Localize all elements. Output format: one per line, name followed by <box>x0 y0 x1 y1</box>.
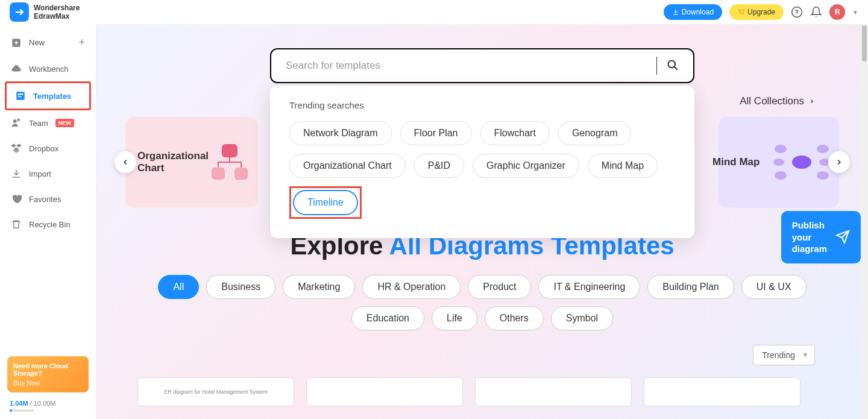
tab-marketing[interactable]: Marketing <box>283 275 355 299</box>
template-thumb[interactable]: ER diagram for Hotel Management System <box>137 377 294 406</box>
chevron-down-icon[interactable]: ▼ <box>852 9 858 16</box>
cards-prev-button[interactable] <box>115 151 136 173</box>
promo-title: Need more Cloud Storage? <box>13 362 83 377</box>
all-collections-link[interactable]: All Collections <box>740 95 815 107</box>
mind-map-icon <box>772 138 832 186</box>
card-mind-map[interactable]: Mind Map <box>719 117 839 207</box>
search-input[interactable] <box>286 60 647 72</box>
download-icon <box>672 8 679 16</box>
upgrade-label: Upgrade <box>747 8 775 16</box>
search-box <box>270 48 694 83</box>
logo-icon <box>10 2 29 22</box>
sidebar-item-new[interactable]: New + <box>2 29 93 56</box>
cards-next-button[interactable] <box>828 151 850 173</box>
logo-area[interactable]: Wondershare EdrawMax <box>10 2 80 22</box>
chip-genogram[interactable]: Genogram <box>558 121 632 145</box>
sidebar-item-team[interactable]: Team NEW <box>2 110 93 136</box>
plus-square-icon <box>11 37 22 48</box>
tab-hr-operation[interactable]: HR & Operation <box>362 275 461 299</box>
import-icon <box>11 168 22 179</box>
tab-symbol[interactable]: Symbol <box>551 306 613 330</box>
sidebar-item-favorites[interactable]: Favorites <box>2 186 93 212</box>
sidebar-item-label: Dropbox <box>29 144 58 153</box>
chip-flowchart[interactable]: Flowchart <box>480 121 550 145</box>
storage-bar: 1.04M / 10.00M <box>2 397 93 414</box>
search-button[interactable] <box>667 59 679 73</box>
chip-floor-plan[interactable]: Floor Plan <box>400 121 472 145</box>
tab-life[interactable]: Life <box>432 306 477 330</box>
sidebar-item-label: Workbench <box>29 65 69 74</box>
chevron-down-icon: ▼ <box>802 351 808 358</box>
sidebar: New + Workbench Templates Team NEW Dropb… <box>0 24 96 419</box>
tab-others[interactable]: Others <box>485 306 544 330</box>
svg-point-10 <box>792 156 811 169</box>
send-icon <box>835 230 850 244</box>
dropbox-icon <box>11 143 22 154</box>
sidebar-item-import[interactable]: Import <box>2 161 93 186</box>
templates-grid: ER diagram for Hotel Management System <box>125 377 839 406</box>
svg-rect-2 <box>16 92 25 100</box>
svg-rect-4 <box>18 96 22 98</box>
svg-rect-8 <box>212 168 225 180</box>
tab-all[interactable]: All <box>158 275 199 299</box>
tab-building-plan[interactable]: Building Plan <box>647 275 734 299</box>
sidebar-item-workbench[interactable]: Workbench <box>2 56 93 81</box>
sidebar-item-label: Team <box>29 119 48 128</box>
divider <box>656 57 657 75</box>
svg-point-6 <box>668 60 676 68</box>
search-dropdown: Trending searches Network Diagram Floor … <box>270 86 694 238</box>
svg-point-15 <box>775 171 787 180</box>
chip-mind-map[interactable]: Mind Map <box>588 154 658 178</box>
download-label: Download <box>682 8 714 16</box>
card-organizational-chart[interactable]: Organizational Chart <box>125 117 258 207</box>
chevron-right-icon <box>809 97 815 106</box>
svg-rect-7 <box>222 144 237 157</box>
chip-organizational-chart[interactable]: Organizational Chart <box>289 154 406 178</box>
cloud-promo[interactable]: Need more Cloud Storage? Buy Now <box>7 356 89 392</box>
chip-timeline-highlight: Timeline <box>289 186 362 219</box>
chevron-right-icon <box>835 158 843 166</box>
sidebar-item-label: Favorites <box>29 195 61 204</box>
sidebar-item-recycle-bin[interactable]: Recycle Bin <box>2 212 93 237</box>
sidebar-item-label: New <box>29 38 45 47</box>
scrollbar[interactable] <box>861 24 868 419</box>
svg-point-13 <box>773 159 784 166</box>
sidebar-item-label: Import <box>29 169 51 178</box>
chip-pid[interactable]: P&ID <box>414 154 464 178</box>
chip-network-diagram[interactable]: Network Diagram <box>289 121 392 145</box>
tab-ui-ux[interactable]: UI & UX <box>741 275 807 299</box>
sort-select[interactable]: Trending ▼ <box>753 345 815 365</box>
sidebar-item-dropbox[interactable]: Dropbox <box>2 136 93 161</box>
publish-text: Publish your diagram <box>792 219 827 255</box>
header-right: Download Upgrade R ▼ <box>664 4 858 20</box>
sidebar-item-templates[interactable]: Templates <box>5 81 91 110</box>
bell-icon[interactable] <box>810 6 822 18</box>
template-thumb[interactable] <box>306 377 463 406</box>
chip-timeline[interactable]: Timeline <box>293 190 358 215</box>
brand-line2: EdrawMax <box>34 12 80 20</box>
tab-business[interactable]: Business <box>206 275 275 299</box>
publish-button[interactable]: Publish your diagram <box>781 211 861 263</box>
sort-label: Trending <box>762 350 795 360</box>
download-button[interactable]: Download <box>664 4 722 20</box>
cart-icon <box>738 8 745 16</box>
org-chart-icon <box>209 141 251 183</box>
trash-icon <box>11 219 22 230</box>
promo-cta: Buy Now <box>13 379 83 386</box>
tab-it-engineering[interactable]: IT & Engineering <box>538 275 640 299</box>
help-icon[interactable] <box>791 6 803 18</box>
search-wrap: Trending searches Network Diagram Floor … <box>270 48 694 83</box>
tabs: All Business Marketing HR & Operation Pr… <box>125 275 839 330</box>
svg-point-12 <box>817 145 829 153</box>
new-badge: NEW <box>55 119 74 127</box>
chip-graphic-organizer[interactable]: Graphic Organizer <box>473 154 579 178</box>
storage-used: 1.04M <box>10 400 28 407</box>
tab-product[interactable]: Product <box>468 275 531 299</box>
template-thumb[interactable] <box>644 377 800 406</box>
chips-container: Network Diagram Floor Plan Flowchart Gen… <box>289 121 675 219</box>
avatar[interactable]: R <box>829 4 845 20</box>
tab-education[interactable]: Education <box>351 306 424 330</box>
template-thumb[interactable] <box>475 377 632 406</box>
search-icon <box>667 59 679 71</box>
upgrade-button[interactable]: Upgrade <box>729 4 784 20</box>
